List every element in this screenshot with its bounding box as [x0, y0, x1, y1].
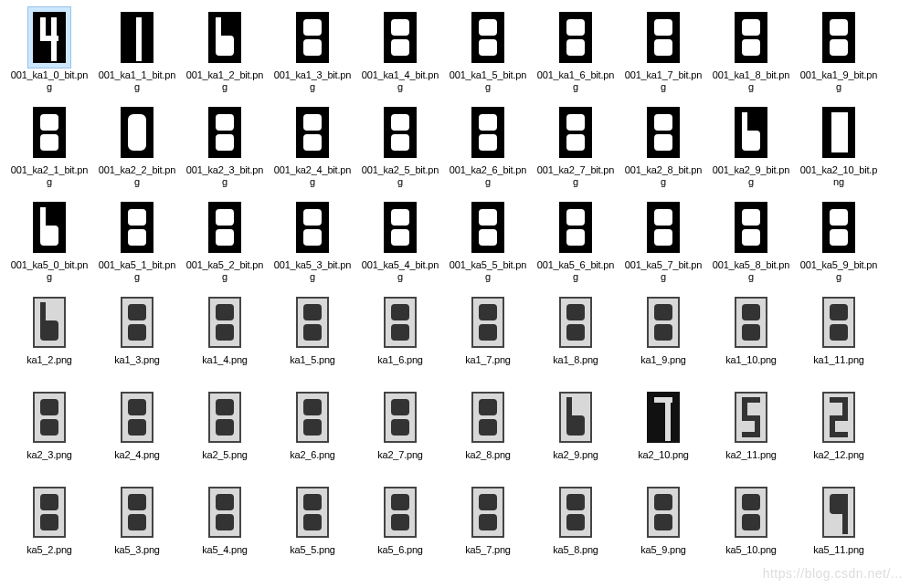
thumbnail	[28, 7, 70, 68]
file-label: 001_ka2_9_bit.png	[710, 164, 792, 188]
file-item[interactable]: 001_ka1_7_bit.png	[619, 4, 707, 99]
file-item[interactable]: 001_ka2_9_bit.png	[707, 99, 795, 194]
file-item[interactable]: ka5_4.png	[181, 478, 269, 573]
file-item[interactable]: ka1_11.png	[795, 289, 883, 383]
file-item[interactable]: 001_ka5_1_bit.png	[93, 194, 181, 289]
file-item[interactable]: ka2_12.png	[795, 383, 883, 478]
file-item[interactable]: ka2_5.png	[181, 383, 269, 478]
file-item[interactable]: ka1_4.png	[181, 289, 269, 383]
file-item[interactable]: 001_ka2_6_bit.png	[444, 99, 532, 194]
file-item[interactable]: 001_ka1_3_bit.png	[269, 4, 356, 99]
file-label: ka5_4.png	[184, 544, 266, 556]
file-item[interactable]: ka5_8.png	[532, 478, 619, 573]
file-label: 001_ka5_1_bit.png	[96, 259, 178, 283]
file-label: 001_ka5_0_bit.png	[8, 259, 90, 283]
file-item[interactable]: ka1_5.png	[269, 289, 356, 383]
file-item[interactable]: 001_ka5_3_bit.png	[269, 194, 356, 289]
file-item[interactable]: 001_ka5_2_bit.png	[181, 194, 269, 289]
file-label: 001_ka1_0_bit.png	[8, 69, 90, 93]
file-item[interactable]: ka2_6.png	[269, 383, 356, 478]
file-item[interactable]: ka2_4.png	[93, 383, 181, 478]
file-item[interactable]: ka5_5.png	[269, 478, 356, 573]
file-label: 001_ka1_4_bit.png	[359, 69, 441, 93]
file-label: 001_ka2_6_bit.png	[447, 164, 529, 188]
file-label: ka2_10.png	[622, 449, 704, 461]
thumbnail	[28, 482, 70, 542]
file-item[interactable]: 001_ka1_9_bit.png	[795, 4, 883, 99]
file-item[interactable]: ka5_9.png	[619, 478, 707, 573]
file-item[interactable]: ka5_3.png	[93, 478, 181, 573]
file-item[interactable]: 001_ka5_4_bit.png	[356, 194, 444, 289]
file-item[interactable]: ka1_8.png	[532, 289, 619, 383]
file-item[interactable]: 001_ka2_1_bit.png	[5, 99, 93, 194]
file-label: ka1_5.png	[271, 354, 354, 366]
file-item[interactable]: 001_ka5_7_bit.png	[619, 194, 707, 289]
file-item[interactable]: 001_ka2_7_bit.png	[532, 99, 619, 194]
file-item[interactable]: ka2_7.png	[356, 383, 444, 478]
file-item[interactable]: 001_ka5_9_bit.png	[795, 194, 883, 289]
file-item[interactable]: 001_ka2_8_bit.png	[619, 99, 707, 194]
file-label: 001_ka2_10_bit.png	[798, 164, 880, 188]
file-label: ka1_11.png	[798, 354, 880, 366]
file-item[interactable]: ka5_6.png	[356, 478, 444, 573]
thumbnail	[467, 387, 509, 447]
file-item[interactable]: ka2_11.png	[707, 383, 795, 478]
file-item[interactable]: 001_ka2_5_bit.png	[356, 99, 444, 194]
file-label: 001_ka5_6_bit.png	[534, 259, 617, 283]
file-item[interactable]: ka2_8.png	[444, 383, 532, 478]
file-item[interactable]: 001_ka1_4_bit.png	[356, 4, 444, 99]
thumbnail	[204, 482, 246, 542]
file-label: ka2_4.png	[96, 449, 178, 461]
file-item[interactable]: 001_ka2_2_bit.png	[93, 99, 181, 194]
file-item[interactable]: ka5_7.png	[444, 478, 532, 573]
file-item[interactable]: 001_ka1_5_bit.png	[444, 4, 532, 99]
thumbnail	[642, 482, 684, 542]
file-item[interactable]: ka1_9.png	[619, 289, 707, 383]
file-label: 001_ka1_3_bit.png	[271, 69, 354, 93]
thumbnail	[116, 482, 158, 542]
file-item[interactable]: 001_ka1_0_bit.png	[5, 4, 93, 99]
file-label: ka5_11.png	[798, 544, 880, 556]
watermark-text: https://blog.csdn.net/...	[763, 566, 903, 581]
file-item[interactable]: ka2_9.png	[532, 383, 619, 478]
file-item[interactable]: 001_ka1_8_bit.png	[707, 4, 795, 99]
file-label: ka5_5.png	[271, 544, 354, 556]
file-item[interactable]: ka1_3.png	[93, 289, 181, 383]
file-label: 001_ka5_5_bit.png	[447, 259, 529, 283]
file-item[interactable]: 001_ka5_6_bit.png	[532, 194, 619, 289]
thumbnail	[730, 197, 772, 257]
file-item[interactable]: 001_ka1_1_bit.png	[93, 4, 181, 99]
file-label: ka2_11.png	[710, 449, 792, 461]
file-label: 001_ka5_7_bit.png	[622, 259, 704, 283]
file-item[interactable]: ka1_2.png	[5, 289, 93, 383]
thumbnail	[379, 7, 421, 68]
file-label: ka1_8.png	[534, 354, 617, 366]
thumbnail	[730, 292, 772, 352]
file-item[interactable]: 001_ka5_8_bit.png	[707, 194, 795, 289]
file-item[interactable]: 001_ka2_4_bit.png	[269, 99, 356, 194]
file-label: 001_ka1_1_bit.png	[96, 69, 178, 93]
file-item[interactable]: 001_ka2_3_bit.png	[181, 99, 269, 194]
file-item[interactable]: ka1_6.png	[356, 289, 444, 383]
thumbnail	[291, 482, 333, 542]
file-label: ka1_6.png	[359, 354, 441, 366]
file-item[interactable]: ka5_11.png	[795, 478, 883, 573]
thumbnail	[642, 102, 684, 163]
file-item[interactable]: ka5_2.png	[5, 478, 93, 573]
thumbnail	[642, 387, 684, 447]
file-label: 001_ka2_3_bit.png	[184, 164, 266, 188]
file-item[interactable]: ka2_3.png	[5, 383, 93, 478]
file-item[interactable]: ka1_10.png	[707, 289, 795, 383]
file-item[interactable]: 001_ka5_5_bit.png	[444, 194, 532, 289]
file-item[interactable]: 001_ka5_0_bit.png	[5, 194, 93, 289]
file-item[interactable]: 001_ka2_10_bit.png	[795, 99, 883, 194]
file-item[interactable]: ka1_7.png	[444, 289, 532, 383]
file-item[interactable]: ka5_10.png	[707, 478, 795, 573]
file-label: ka1_3.png	[96, 354, 178, 366]
thumbnail	[730, 482, 772, 542]
thumbnail	[291, 197, 333, 257]
file-item[interactable]: 001_ka1_6_bit.png	[532, 4, 619, 99]
file-item[interactable]: 001_ka1_2_bit.png	[181, 4, 269, 99]
thumbnail-grid: 001_ka1_0_bit.png001_ka1_1_bit.png001_ka…	[0, 0, 910, 577]
file-item[interactable]: ka2_10.png	[619, 383, 707, 478]
